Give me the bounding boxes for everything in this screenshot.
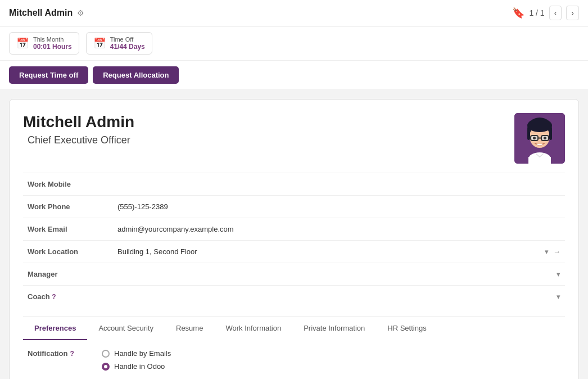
work-email-label: Work Email <box>23 218 113 241</box>
stat-time-off-label: Time Off <box>110 36 145 43</box>
tab-resume[interactable]: Resume <box>165 317 214 340</box>
manager-label: Manager <box>23 263 113 286</box>
coach-cell: ▾ <box>113 286 565 308</box>
top-bar-left: Mitchell Admin ⚙ <box>9 8 84 18</box>
manager-row: Manager ▾ <box>23 263 565 286</box>
tab-private-information[interactable]: Private Information <box>292 317 376 340</box>
gear-icon[interactable]: ⚙ <box>77 8 84 17</box>
stat-time-off-value: 41/44 Days <box>110 43 145 51</box>
stats-bar: 📅 This Month 00:01 Hours 📅 Time Off 41/4… <box>0 26 588 61</box>
employee-card: Mitchell Admin Chief Executive Officer <box>9 99 579 379</box>
radio-emails-label: Handle by Emails <box>114 349 171 358</box>
work-location-label: Work Location <box>23 241 113 263</box>
notification-help-icon[interactable]: ? <box>70 350 74 358</box>
tabs-container: Preferences Account Security Resume Work… <box>23 317 565 379</box>
employee-header: Mitchell Admin Chief Executive Officer <box>23 113 565 164</box>
work-phone-row: Work Phone (555)-125-2389 <box>23 196 565 218</box>
coach-label-text: Coach <box>28 292 50 301</box>
stat-time-off[interactable]: 📅 Time Off 41/44 Days <box>86 32 152 55</box>
app-title: Mitchell Admin <box>9 8 73 18</box>
coach-label: Coach ? <box>23 286 113 308</box>
svg-point-11 <box>533 137 536 139</box>
stat-this-month-value: 00:01 Hours <box>33 43 72 51</box>
radio-empty-icon <box>102 350 110 358</box>
employee-name: Mitchell Admin <box>23 113 134 131</box>
top-bar: Mitchell Admin ⚙ 🔖 1 / 1 ‹ › <box>0 0 588 26</box>
request-time-off-button[interactable]: Request Time off <box>9 66 88 84</box>
coach-help-icon[interactable]: ? <box>52 293 56 301</box>
notification-row: Notification ? Handle by Emails Handle i… <box>28 349 560 371</box>
top-bar-right: 🔖 1 / 1 ‹ › <box>512 6 579 20</box>
work-phone-value: (555)-125-2389 <box>113 196 565 218</box>
svg-rect-4 <box>527 129 530 140</box>
calendar-icon-2: 📅 <box>93 37 106 49</box>
tab-hr-settings[interactable]: HR Settings <box>376 317 437 340</box>
tab-account-security[interactable]: Account Security <box>87 317 165 340</box>
work-email-row: Work Email admin@yourcompany.example.com <box>23 218 565 241</box>
avatar-image <box>514 113 565 164</box>
manager-dropdown-arrow[interactable]: ▾ <box>557 270 560 278</box>
radio-handle-by-emails[interactable]: Handle by Emails <box>102 349 171 358</box>
employee-info-table: Work Mobile Work Phone (555)-125-2389 Wo… <box>23 173 565 308</box>
stat-this-month[interactable]: 📅 This Month 00:01 Hours <box>9 32 79 55</box>
employee-info: Mitchell Admin Chief Executive Officer <box>23 113 134 146</box>
work-email-value: admin@yourcompany.example.com <box>113 218 565 241</box>
notification-label-text: Notification <box>28 349 68 358</box>
stat-this-month-label: This Month <box>33 36 72 43</box>
svg-rect-14 <box>528 157 551 164</box>
calendar-icon-1: 📅 <box>16 37 29 49</box>
stat-this-month-info: This Month 00:01 Hours <box>33 36 72 51</box>
tab-content-preferences: Notification ? Handle by Emails Handle i… <box>23 340 565 379</box>
nav-prev-button[interactable]: ‹ <box>549 6 562 20</box>
manager-cell: ▾ <box>113 263 565 286</box>
svg-point-12 <box>544 137 546 139</box>
work-phone-label: Work Phone <box>23 196 113 218</box>
tabs: Preferences Account Security Resume Work… <box>23 317 565 340</box>
radio-handle-in-odoo[interactable]: Handle in Odoo <box>102 362 171 371</box>
main-content: Mitchell Admin Chief Executive Officer <box>0 90 588 379</box>
work-location-row: Work Location Building 1, Second Floor ▾… <box>23 241 565 263</box>
work-mobile-row: Work Mobile <box>23 173 565 196</box>
svg-rect-5 <box>549 129 552 140</box>
coach-row: Coach ? ▾ <box>23 286 565 308</box>
request-allocation-button[interactable]: Request Allocation <box>93 66 179 84</box>
coach-dropdown-arrow[interactable]: ▾ <box>557 292 560 301</box>
work-mobile-input[interactable] <box>117 180 560 188</box>
work-location-cell: Building 1, Second Floor ▾ → <box>113 241 565 263</box>
notification-label: Notification ? <box>28 349 95 358</box>
location-dropdown-arrow[interactable]: ▾ <box>545 247 549 256</box>
radio-odoo-label: Handle in Odoo <box>114 362 165 371</box>
svg-point-3 <box>527 119 552 132</box>
employee-job-title: Chief Executive Officer <box>23 134 134 146</box>
radio-filled-icon <box>102 363 110 371</box>
avatar <box>514 113 565 164</box>
radio-options: Handle by Emails Handle in Odoo <box>102 349 171 371</box>
work-location-value: Building 1, Second Floor <box>117 247 197 256</box>
stat-time-off-info: Time Off 41/44 Days <box>110 36 145 51</box>
nav-next-button[interactable]: › <box>566 6 579 20</box>
location-external-link[interactable]: → <box>553 247 560 256</box>
action-bar: Request Time off Request Allocation <box>0 61 588 90</box>
tab-work-information[interactable]: Work Information <box>214 317 292 340</box>
tab-preferences[interactable]: Preferences <box>23 317 87 340</box>
work-mobile-value[interactable] <box>113 173 565 196</box>
pagination-label: 1 / 1 <box>529 8 544 17</box>
work-mobile-label: Work Mobile <box>23 173 113 196</box>
bookmark-icon[interactable]: 🔖 <box>512 7 524 19</box>
